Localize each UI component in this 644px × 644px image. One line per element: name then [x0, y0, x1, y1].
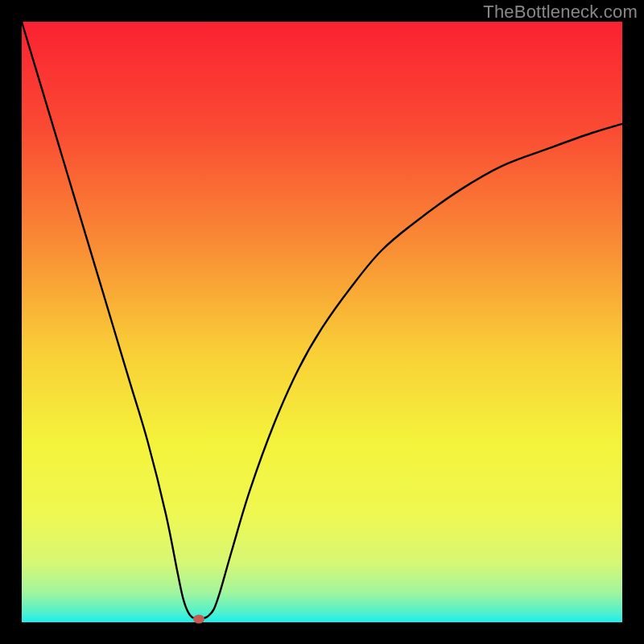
min-marker: [193, 614, 204, 623]
watermark-text: TheBottleneck.com: [483, 2, 638, 23]
chart-frame: TheBottleneck.com: [0, 0, 644, 644]
bottleneck-curve: [22, 22, 622, 622]
curve-path: [22, 22, 622, 619]
